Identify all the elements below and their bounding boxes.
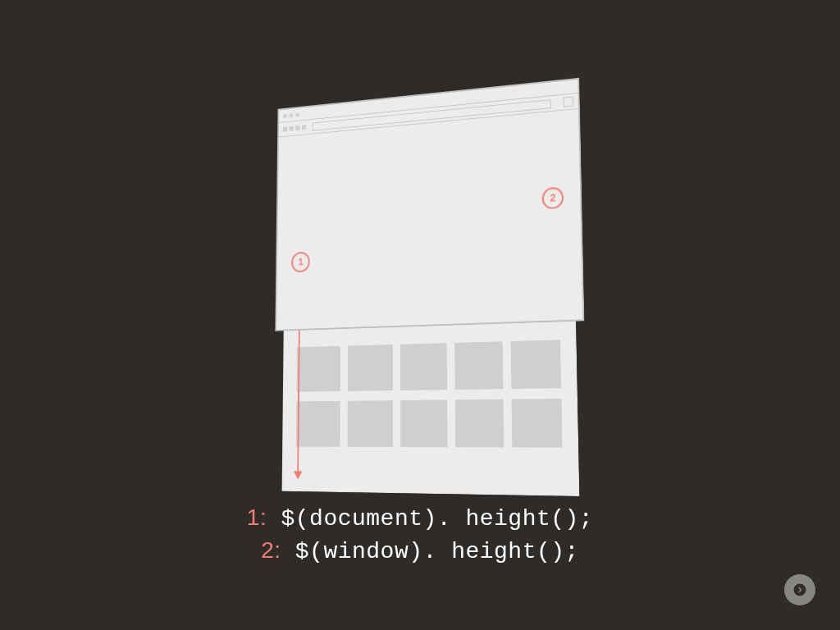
toolbar-button-icon: [564, 97, 573, 107]
nav-fwd-icon: [290, 126, 294, 131]
browser-frame: [275, 78, 584, 331]
code-caption: 1: $(document). height(); 2: $(window). …: [0, 502, 840, 568]
thumb: [400, 343, 447, 390]
thumb: [512, 399, 563, 448]
traffic-light-icon: [295, 112, 299, 116]
thumb-row-2: [284, 329, 577, 392]
thumb: [296, 346, 340, 392]
caption-line-1-number: 1:: [247, 504, 267, 530]
nav-back-icon: [283, 126, 287, 131]
slide-stage: 1 2 1: $(document). height(); 2: $(windo…: [0, 0, 840, 630]
nav-reload-icon: [295, 126, 299, 130]
caption-line-1-code: $(document). height();: [281, 506, 594, 532]
thumb: [511, 340, 562, 389]
thumb: [348, 400, 393, 447]
thumb: [400, 399, 447, 447]
nav-home-icon: [302, 125, 306, 130]
thumb-row-3: [283, 388, 578, 448]
traffic-light-icon: [290, 113, 293, 117]
traffic-light-icon: [283, 113, 286, 117]
next-slide-button[interactable]: [784, 574, 815, 605]
thumb: [455, 399, 504, 448]
caption-line-2-code: $(window). height();: [295, 539, 579, 564]
thumb: [348, 345, 393, 391]
arrow-right-circle-icon: [792, 582, 807, 597]
thumb: [296, 401, 340, 447]
perspective-plane: 1 2: [273, 78, 588, 505]
thumb: [454, 341, 503, 390]
caption-line-2-number: 2:: [261, 537, 281, 563]
